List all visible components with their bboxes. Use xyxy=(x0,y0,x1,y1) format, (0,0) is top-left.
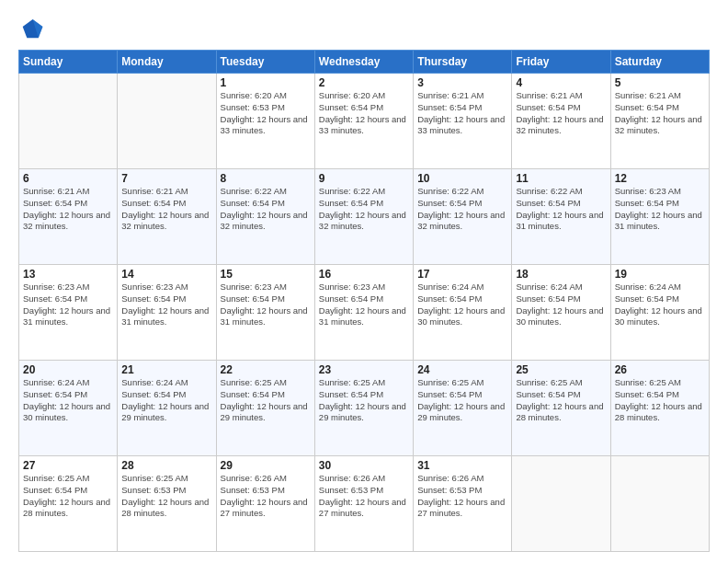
day-number: 28 xyxy=(121,459,211,472)
calendar-cell: 13Sunrise: 6:23 AM Sunset: 6:54 PM Dayli… xyxy=(19,265,118,361)
calendar-header-friday: Friday xyxy=(512,51,610,74)
calendar-header-wednesday: Wednesday xyxy=(314,51,413,74)
calendar-cell: 30Sunrise: 6:26 AM Sunset: 6:53 PM Dayli… xyxy=(314,456,413,552)
calendar-week-0: 1Sunrise: 6:20 AM Sunset: 6:53 PM Daylig… xyxy=(19,74,710,169)
calendar-header-thursday: Thursday xyxy=(414,51,512,74)
calendar-cell: 16Sunrise: 6:23 AM Sunset: 6:54 PM Dayli… xyxy=(314,265,413,361)
day-info: Sunrise: 6:21 AM Sunset: 6:54 PM Dayligh… xyxy=(615,90,705,137)
day-info: Sunrise: 6:23 AM Sunset: 6:54 PM Dayligh… xyxy=(319,282,409,328)
day-number: 6 xyxy=(23,172,113,185)
day-number: 24 xyxy=(417,363,507,376)
day-number: 3 xyxy=(417,76,507,89)
day-info: Sunrise: 6:24 AM Sunset: 6:54 PM Dayligh… xyxy=(417,282,507,328)
calendar-cell: 24Sunrise: 6:25 AM Sunset: 6:54 PM Dayli… xyxy=(414,361,512,456)
day-number: 15 xyxy=(221,268,311,281)
calendar-week-4: 27Sunrise: 6:25 AM Sunset: 6:54 PM Dayli… xyxy=(19,456,710,552)
day-number: 22 xyxy=(221,363,311,376)
day-number: 4 xyxy=(516,76,606,89)
header xyxy=(18,17,710,42)
day-number: 7 xyxy=(121,172,211,185)
day-info: Sunrise: 6:22 AM Sunset: 6:54 PM Dayligh… xyxy=(516,186,606,233)
calendar-header-saturday: Saturday xyxy=(610,51,709,74)
day-info: Sunrise: 6:23 AM Sunset: 6:54 PM Dayligh… xyxy=(221,282,311,328)
day-info: Sunrise: 6:24 AM Sunset: 6:54 PM Dayligh… xyxy=(121,377,211,424)
day-number: 9 xyxy=(319,172,409,185)
day-number: 14 xyxy=(121,268,211,281)
calendar-cell: 18Sunrise: 6:24 AM Sunset: 6:54 PM Dayli… xyxy=(512,265,610,361)
day-info: Sunrise: 6:23 AM Sunset: 6:54 PM Dayligh… xyxy=(23,282,113,328)
calendar-cell: 29Sunrise: 6:26 AM Sunset: 6:53 PM Dayli… xyxy=(216,456,314,552)
calendar-cell: 14Sunrise: 6:23 AM Sunset: 6:54 PM Dayli… xyxy=(118,265,216,361)
calendar-cell: 3Sunrise: 6:21 AM Sunset: 6:54 PM Daylig… xyxy=(414,74,512,169)
calendar-cell: 19Sunrise: 6:24 AM Sunset: 6:54 PM Dayli… xyxy=(610,265,709,361)
calendar-table: SundayMondayTuesdayWednesdayThursdayFrid… xyxy=(18,50,710,552)
calendar-header-sunday: Sunday xyxy=(19,51,118,74)
calendar-cell: 9Sunrise: 6:22 AM Sunset: 6:54 PM Daylig… xyxy=(314,169,413,265)
day-number: 1 xyxy=(221,76,311,89)
calendar-cell: 5Sunrise: 6:21 AM Sunset: 6:54 PM Daylig… xyxy=(610,74,709,169)
calendar-cell xyxy=(118,74,216,169)
calendar-week-2: 13Sunrise: 6:23 AM Sunset: 6:54 PM Dayli… xyxy=(19,265,710,361)
day-info: Sunrise: 6:21 AM Sunset: 6:54 PM Dayligh… xyxy=(23,186,113,233)
day-info: Sunrise: 6:24 AM Sunset: 6:54 PM Dayligh… xyxy=(615,282,705,328)
day-number: 8 xyxy=(221,172,311,185)
calendar-cell: 1Sunrise: 6:20 AM Sunset: 6:53 PM Daylig… xyxy=(216,74,314,169)
day-info: Sunrise: 6:25 AM Sunset: 6:54 PM Dayligh… xyxy=(417,377,507,424)
day-number: 31 xyxy=(417,459,507,472)
day-number: 23 xyxy=(319,363,409,376)
calendar-cell: 12Sunrise: 6:23 AM Sunset: 6:54 PM Dayli… xyxy=(610,169,709,265)
day-info: Sunrise: 6:22 AM Sunset: 6:54 PM Dayligh… xyxy=(319,186,409,233)
day-info: Sunrise: 6:23 AM Sunset: 6:54 PM Dayligh… xyxy=(615,186,705,233)
calendar-cell: 17Sunrise: 6:24 AM Sunset: 6:54 PM Dayli… xyxy=(414,265,512,361)
day-number: 21 xyxy=(121,363,211,376)
day-info: Sunrise: 6:24 AM Sunset: 6:54 PM Dayligh… xyxy=(23,377,113,424)
day-number: 18 xyxy=(516,268,606,281)
day-number: 26 xyxy=(615,363,705,376)
day-number: 29 xyxy=(221,459,311,472)
day-info: Sunrise: 6:23 AM Sunset: 6:54 PM Dayligh… xyxy=(121,282,211,328)
calendar-cell: 27Sunrise: 6:25 AM Sunset: 6:54 PM Dayli… xyxy=(19,456,118,552)
day-number: 17 xyxy=(417,268,507,281)
calendar-cell: 15Sunrise: 6:23 AM Sunset: 6:54 PM Dayli… xyxy=(216,265,314,361)
day-info: Sunrise: 6:25 AM Sunset: 6:53 PM Dayligh… xyxy=(121,473,211,520)
calendar-cell: 21Sunrise: 6:24 AM Sunset: 6:54 PM Dayli… xyxy=(118,361,216,456)
calendar-cell: 26Sunrise: 6:25 AM Sunset: 6:54 PM Dayli… xyxy=(610,361,709,456)
day-info: Sunrise: 6:22 AM Sunset: 6:54 PM Dayligh… xyxy=(221,186,311,233)
calendar-header-row: SundayMondayTuesdayWednesdayThursdayFrid… xyxy=(19,51,710,74)
day-number: 19 xyxy=(615,268,705,281)
calendar-cell xyxy=(512,456,610,552)
calendar-cell: 10Sunrise: 6:22 AM Sunset: 6:54 PM Dayli… xyxy=(414,169,512,265)
day-info: Sunrise: 6:26 AM Sunset: 6:53 PM Dayligh… xyxy=(417,473,507,520)
calendar-cell xyxy=(610,456,709,552)
day-number: 5 xyxy=(615,76,705,89)
calendar-cell: 2Sunrise: 6:20 AM Sunset: 6:54 PM Daylig… xyxy=(314,74,413,169)
calendar-week-1: 6Sunrise: 6:21 AM Sunset: 6:54 PM Daylig… xyxy=(19,169,710,265)
day-info: Sunrise: 6:26 AM Sunset: 6:53 PM Dayligh… xyxy=(221,473,311,520)
day-number: 16 xyxy=(319,268,409,281)
page: SundayMondayTuesdayWednesdayThursdayFrid… xyxy=(0,0,728,563)
day-number: 30 xyxy=(319,459,409,472)
day-number: 2 xyxy=(319,76,409,89)
day-info: Sunrise: 6:21 AM Sunset: 6:54 PM Dayligh… xyxy=(121,186,211,233)
calendar-cell: 31Sunrise: 6:26 AM Sunset: 6:53 PM Dayli… xyxy=(414,456,512,552)
day-info: Sunrise: 6:21 AM Sunset: 6:54 PM Dayligh… xyxy=(417,90,507,137)
calendar-cell: 11Sunrise: 6:22 AM Sunset: 6:54 PM Dayli… xyxy=(512,169,610,265)
day-info: Sunrise: 6:20 AM Sunset: 6:53 PM Dayligh… xyxy=(221,90,311,137)
calendar-cell: 28Sunrise: 6:25 AM Sunset: 6:53 PM Dayli… xyxy=(118,456,216,552)
day-number: 13 xyxy=(23,268,113,281)
day-info: Sunrise: 6:25 AM Sunset: 6:54 PM Dayligh… xyxy=(615,377,705,424)
calendar-header-tuesday: Tuesday xyxy=(216,51,314,74)
calendar-cell: 6Sunrise: 6:21 AM Sunset: 6:54 PM Daylig… xyxy=(19,169,118,265)
day-info: Sunrise: 6:25 AM Sunset: 6:54 PM Dayligh… xyxy=(221,377,311,424)
day-number: 10 xyxy=(417,172,507,185)
day-info: Sunrise: 6:20 AM Sunset: 6:54 PM Dayligh… xyxy=(319,90,409,137)
calendar-cell: 7Sunrise: 6:21 AM Sunset: 6:54 PM Daylig… xyxy=(118,169,216,265)
day-info: Sunrise: 6:26 AM Sunset: 6:53 PM Dayligh… xyxy=(319,473,409,520)
calendar-cell: 22Sunrise: 6:25 AM Sunset: 6:54 PM Dayli… xyxy=(216,361,314,456)
calendar-cell: 8Sunrise: 6:22 AM Sunset: 6:54 PM Daylig… xyxy=(216,169,314,265)
day-info: Sunrise: 6:25 AM Sunset: 6:54 PM Dayligh… xyxy=(23,473,113,520)
day-number: 25 xyxy=(516,363,606,376)
logo xyxy=(18,17,48,42)
day-info: Sunrise: 6:24 AM Sunset: 6:54 PM Dayligh… xyxy=(516,282,606,328)
day-info: Sunrise: 6:22 AM Sunset: 6:54 PM Dayligh… xyxy=(417,186,507,233)
